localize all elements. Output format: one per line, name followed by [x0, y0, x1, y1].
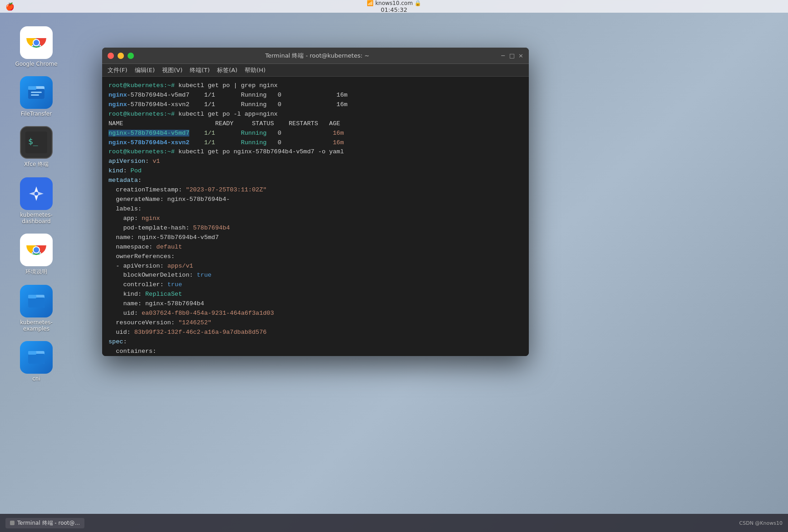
cni-label: cni: [32, 376, 40, 382]
cni-icon: [20, 341, 53, 374]
yaml-apiversion: apiVersion: v1: [108, 157, 522, 166]
terminal-label: Xfce 终端: [24, 161, 49, 168]
term-line-4: root@kubernetes:~# kubectl get po -l app…: [108, 110, 522, 119]
apple-logo[interactable]: 🍎: [5, 2, 15, 11]
yaml-metadata: metadata:: [108, 176, 522, 185]
yaml-controller: controller: true: [108, 280, 522, 290]
desktop: 🍎 📶 knows10.com 🔒 01:45:32: [0, 0, 788, 532]
yaml-pod-template-hash: pod-template-hash: 578b7694b4: [108, 224, 522, 233]
yaml-kind: kind: Pod: [108, 166, 522, 176]
sidebar-item-filetransfer[interactable]: FileTransfer: [20, 76, 53, 117]
signal-icon: 📶: [367, 0, 374, 6]
yaml-ownerrefs: ownerReferences:: [108, 252, 522, 262]
menubar: 🍎 📶 knows10.com 🔒 01:45:32: [0, 0, 788, 13]
yaml-uid: uid: 83b99f32-132f-46c2-a16a-9a7dbab8d57…: [108, 328, 522, 337]
yaml-labels: labels:: [108, 205, 522, 214]
terminal-icon: $_: [20, 126, 53, 159]
sidebar-item-k8s-examples[interactable]: kubernetes-examples: [20, 285, 53, 332]
yaml-namespace: namespace: default: [108, 243, 522, 252]
svg-point-3: [34, 40, 39, 45]
term-line-header: NAME READY STATUS RESTARTS AGE: [108, 119, 522, 129]
window-controls: − □ ×: [501, 52, 523, 59]
win-close-icon[interactable]: ×: [518, 52, 523, 59]
svg-rect-6: [28, 86, 36, 90]
chrome-icon: [20, 26, 53, 59]
yaml-creationts: creationTimestamp: "2023-07-25T03:11:02Z…: [108, 185, 522, 195]
term-line-1: root@kubernetes:~# kubectl get po | grep…: [108, 81, 522, 91]
menubar-time: 01:45:32: [381, 6, 407, 13]
menu-tabs[interactable]: 标签(A): [217, 66, 237, 74]
terminal-title: Terminal 终端 - root@kubernetes: ~: [138, 52, 497, 60]
domain-text: knows10.com: [375, 0, 413, 6]
yaml-spec: spec:: [108, 337, 522, 347]
yaml-owner-name: name: nginx-578b7694b4: [108, 299, 522, 309]
yaml-containers: containers:: [108, 347, 522, 356]
svg-rect-5: [28, 89, 44, 99]
sidebar-item-terminal[interactable]: $_ Xfce 终端: [20, 126, 53, 168]
yaml-owner-kind: kind: ReplicaSet: [108, 290, 522, 299]
sidebar-item-k8s-dashboard[interactable]: kubernetes-dashboard: [20, 177, 53, 225]
svg-point-16: [34, 192, 38, 195]
chrome-label: Google Chrome: [15, 61, 57, 67]
env-icon: [20, 234, 53, 266]
sidebar-item-chrome[interactable]: Google Chrome: [15, 26, 57, 67]
taskbar-terminal-label: Terminal 终端 - root@...: [17, 519, 80, 527]
menubar-center: 📶 knows10.com 🔒 01:45:32: [367, 0, 422, 13]
win-min-icon[interactable]: −: [501, 52, 506, 59]
svg-rect-26: [28, 351, 36, 355]
term-line-pod2: nginx-578b7694b4-xsvn2 1/1 Running 0 16m: [108, 138, 522, 148]
svg-rect-8: [31, 94, 39, 96]
lock-icon: 🔒: [414, 0, 421, 6]
close-button[interactable]: [108, 53, 114, 59]
terminal-window: Terminal 终端 - root@kubernetes: ~ − □ × 文…: [102, 48, 529, 356]
menu-help[interactable]: 帮助(H): [245, 66, 266, 74]
term-line-cmd2: root@kubernetes:~# kubectl get po nginx-…: [108, 147, 522, 157]
dock-sidebar: Google Chrome FileTransfer $_: [0, 13, 73, 514]
term-line-highlight: nginx-578b7694b4-v5md7 1/1 Running 0 16m: [108, 129, 522, 138]
maximize-button[interactable]: [128, 53, 134, 59]
svg-rect-22: [28, 298, 44, 307]
yaml-resourceversion: resourceVersion: "1246252": [108, 318, 522, 328]
term-line-2: nginx-578b7694b4-v5md7 1/1 Running 0 16m: [108, 91, 522, 100]
yaml-name: name: nginx-578b7694b4-v5md7: [108, 233, 522, 243]
menu-view[interactable]: 视图(V): [162, 66, 182, 74]
minimize-button[interactable]: [118, 53, 124, 59]
yaml-owner-uid: uid: ea037624-f8b0-454a-9231-464a6f3a1d0…: [108, 309, 522, 318]
k8s-dashboard-label: kubernetes-dashboard: [20, 212, 53, 225]
yaml-owner-apiversion: - apiVersion: apps/v1: [108, 262, 522, 271]
taskbar-terminal[interactable]: Terminal 终端 - root@...: [5, 518, 84, 528]
svg-rect-7: [31, 92, 42, 93]
win-max-icon[interactable]: □: [509, 52, 515, 59]
svg-text:$_: $_: [28, 137, 38, 146]
menu-file[interactable]: 文件(F): [108, 66, 128, 74]
terminal-body[interactable]: root@kubernetes:~# kubectl get po | grep…: [102, 77, 529, 356]
menu-edit[interactable]: 编辑(E): [135, 66, 155, 74]
menubar-left: 🍎: [5, 2, 15, 11]
menu-terminal[interactable]: 终端(T): [190, 66, 210, 74]
k8s-examples-label: kubernetes-examples: [20, 319, 53, 332]
term-line-3: nginx-578b7694b4-xsvn2 1/1 Running 0 16m: [108, 100, 522, 110]
filetransfer-icon: [20, 76, 53, 109]
terminal-menubar: 文件(F) 编辑(E) 视图(V) 终端(T) 标签(A) 帮助(H): [102, 64, 529, 77]
k8s-dashboard-icon: [20, 177, 53, 210]
yaml-generatename: generateName: nginx-578b7694b4-: [108, 195, 522, 205]
filetransfer-label: FileTransfer: [21, 111, 52, 117]
env-label: 环境说明: [25, 268, 47, 276]
svg-point-20: [34, 247, 39, 253]
sidebar-item-env[interactable]: 环境说明: [20, 234, 53, 276]
sidebar-item-cni[interactable]: cni: [20, 341, 53, 382]
svg-rect-23: [28, 295, 36, 298]
taskbar-terminal-icon: [10, 521, 15, 525]
terminal-titlebar: Terminal 终端 - root@kubernetes: ~ − □ ×: [102, 48, 529, 64]
menubar-domain: 📶 knows10.com 🔒: [367, 0, 422, 6]
k8s-examples-icon: [20, 285, 53, 317]
taskbar: Terminal 终端 - root@... CSDN @Knows10: [0, 514, 788, 532]
yaml-app: app: nginx: [108, 214, 522, 224]
yaml-blockowner: blockOwnerDeletion: true: [108, 271, 522, 280]
svg-rect-25: [28, 354, 44, 364]
taskbar-csdn: CSDN @Knows10: [739, 520, 783, 526]
